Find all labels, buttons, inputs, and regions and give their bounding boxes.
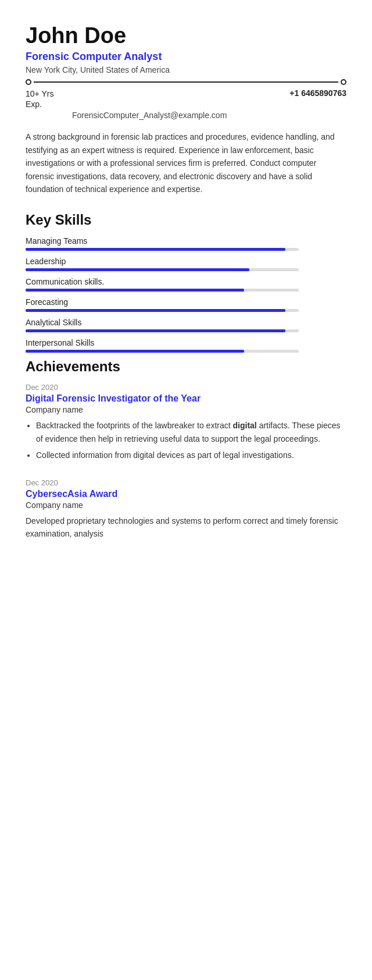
- skill-leadership: Leadership: [26, 257, 346, 271]
- skill-bar-fill-forecasting: [26, 309, 285, 312]
- line: [34, 81, 338, 83]
- name: John Doe: [26, 23, 346, 48]
- phone: +1 6465890763: [289, 88, 346, 109]
- bullet-1-2: Collected information from digital devic…: [36, 449, 346, 461]
- summary: A strong background in forensic lab prac…: [26, 130, 346, 196]
- skill-forecasting: Forecasting: [26, 297, 346, 312]
- skill-bar-fill-communication: [26, 289, 244, 292]
- achievement-item-1: Dec 2020 Digital Forensic Investigator o…: [26, 383, 346, 461]
- skill-label-interpersonal: Interpersonal Skills: [26, 338, 346, 347]
- achievements-section: Achievements Dec 2020 Digital Forensic I…: [26, 358, 346, 540]
- skill-label-managing-teams: Managing Teams: [26, 236, 346, 246]
- location: New York City, United States of America: [26, 65, 346, 74]
- dot-left: [26, 79, 31, 85]
- skill-bar-bg-leadership: [26, 268, 299, 271]
- skills-section: Key Skills Managing Teams Leadership Com…: [26, 212, 346, 353]
- skill-bar-bg-communication: [26, 289, 299, 292]
- skill-bar-fill: [26, 248, 285, 251]
- skill-label-analytical: Analytical Skills: [26, 318, 346, 327]
- job-title: Forensic Computer Analyst: [26, 51, 346, 63]
- experience: 10+ YrsExp.: [26, 88, 53, 109]
- skill-bar-bg-interpersonal: [26, 350, 299, 353]
- achievement-date-1: Dec 2020: [26, 383, 346, 392]
- skill-bar-bg-analytical: [26, 329, 299, 332]
- achievement-company-2: Company name: [26, 500, 346, 510]
- email: ForensicComputer_Analyst@example.com: [72, 111, 346, 120]
- skill-analytical: Analytical Skills: [26, 318, 346, 332]
- dot-right: [341, 79, 346, 85]
- skill-bar-bg: [26, 248, 299, 251]
- achievement-item-2: Dec 2020 CybersecAsia Award Company name…: [26, 478, 346, 541]
- achievement-date-2: Dec 2020: [26, 478, 346, 487]
- achievement-bullets-1: Backtracked the footprints of the lawbre…: [36, 419, 346, 461]
- divider-line: [26, 79, 346, 85]
- bullet-1-1: Backtracked the footprints of the lawbre…: [36, 419, 346, 445]
- skill-bar-fill-analytical: [26, 329, 285, 332]
- achievement-title-1: Digital Forensic Investigator of the Yea…: [26, 393, 346, 404]
- skill-managing-teams: Managing Teams: [26, 236, 346, 251]
- achievement-desc-2: Developed proprietary technologies and s…: [26, 514, 346, 541]
- resume-header: John Doe Forensic Computer Analyst New Y…: [26, 23, 346, 120]
- skills-title: Key Skills: [26, 212, 346, 228]
- skill-label-leadership: Leadership: [26, 257, 346, 266]
- skill-interpersonal: Interpersonal Skills: [26, 338, 346, 353]
- skill-bar-fill-leadership: [26, 268, 249, 271]
- bold-text: digital: [233, 421, 257, 430]
- skill-communication: Communication skills.: [26, 277, 346, 292]
- achievements-title: Achievements: [26, 358, 346, 375]
- achievement-company-1: Company name: [26, 405, 346, 414]
- skill-bar-bg-forecasting: [26, 309, 299, 312]
- achievement-title-2: CybersecAsia Award: [26, 489, 346, 499]
- skill-label-communication: Communication skills.: [26, 277, 346, 286]
- contact-row: 10+ YrsExp. +1 6465890763: [26, 88, 346, 109]
- skill-label-forecasting: Forecasting: [26, 297, 346, 307]
- skill-bar-fill-interpersonal: [26, 350, 244, 353]
